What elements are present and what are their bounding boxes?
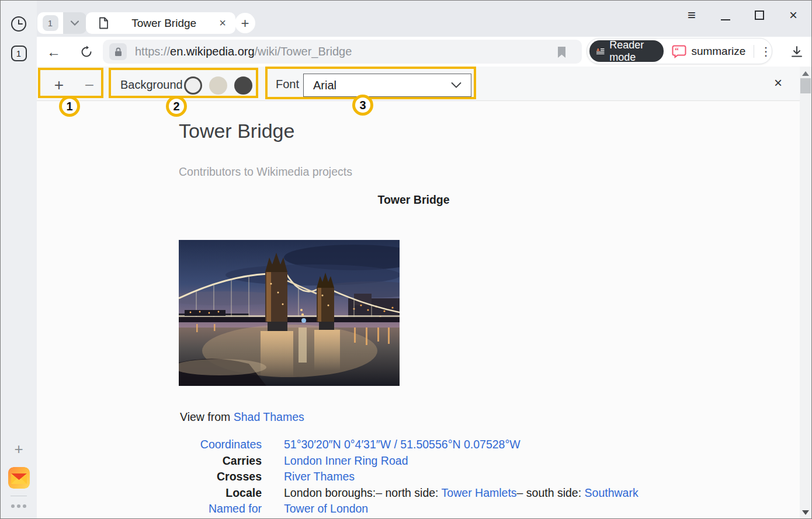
svg-text:A: A [596,48,599,52]
font-size-decrease-button[interactable]: − [77,75,102,96]
reader-mode-icon: A [596,46,605,57]
new-tab-button[interactable]: + [235,13,255,33]
browser-window: 1 Tower Bridge × + ≡ × ← [0,0,812,519]
bookmark-button[interactable] [557,46,567,61]
row-label-crosses: Crosses [179,469,262,485]
locale-text-2: – south side: [517,486,585,499]
url-text: https://en.wikipedia.org/wiki/Tower_Brid… [135,45,352,58]
quote-bubble-icon: “ [672,44,686,58]
download-icon [791,46,803,58]
workspace-label: 1 [11,46,27,61]
font-select-value: Arial [313,79,336,92]
infobox-caption: Tower Bridge [179,193,648,207]
bookmark-icon [557,46,567,58]
maximize-icon [755,11,764,20]
reader-mode-button[interactable]: A Reader mode [589,40,664,62]
callout-box-font-size: + − [38,68,103,98]
summarize-button[interactable]: “ summarize [672,44,745,58]
sidebar-divider [11,496,27,496]
locale-value: London boroughs:– north side: Tower Haml… [284,485,639,501]
background-option-light[interactable] [184,76,202,95]
chevron-down-icon [451,82,461,88]
page-actions: A Reader mode “ summarize ⋮ [587,38,772,64]
mail-button[interactable] [1,466,37,489]
tab-tower-bridge[interactable]: Tower Bridge × [86,12,235,34]
font-select[interactable]: Arial [303,74,471,97]
scrollbar-thumb[interactable] [800,78,811,93]
reader-content: Tower Bridge Contributors to Wikimedia p… [37,101,800,519]
row-label-locale: Locale [179,485,262,501]
url-scheme: https:// [135,45,170,58]
window-close-button[interactable]: × [786,8,801,23]
downloads-button[interactable] [787,42,807,62]
page-more-button[interactable]: ⋮ [760,44,772,58]
locale-text-1: London boroughs:– north side: [284,486,442,499]
reload-button[interactable] [77,42,96,62]
url-host: en.wikipedia.org [170,45,255,58]
callout-badge-3: 3 [352,95,373,116]
row-label-coordinates[interactable]: Coordinates [200,438,262,451]
url-path: /wiki/Tower_Bridge [255,45,352,58]
reload-icon [80,46,93,58]
clock-icon [11,16,27,32]
callout-box-background: Background [109,68,258,98]
article-byline: Contributors to Wikimedia projects [179,165,352,179]
maximize-button[interactable] [752,8,767,23]
lock-icon [114,47,122,57]
browser-menu-button[interactable]: ≡ [684,8,699,23]
image-caption: View from Shad Thames [180,410,304,424]
history-button[interactable] [1,15,37,33]
reader-mode-label: Reader mode [609,39,654,64]
tab-group-count-chip: 1 [43,15,58,31]
tab-group-expand-button[interactable] [63,12,86,34]
page-icon [99,17,109,29]
font-label: Font [276,78,299,91]
callout-badge-1: 1 [59,96,80,117]
reader-toolbar: + − Background Font Arial × [37,67,800,101]
background-option-dark[interactable] [234,76,252,95]
minimize-button[interactable] [718,8,733,23]
row-label-carries: Carries [179,453,262,469]
plus-icon: + [241,15,249,32]
chevron-down-icon [71,20,79,26]
tab-title: Tower Bridge [109,17,219,30]
navigation-bar: ← https://en.wikipedia.org/wiki/Tower_Br… [37,37,812,67]
background-option-sepia[interactable] [209,76,227,95]
row-label-named-for[interactable]: Named for [209,502,262,515]
infobox-table: Coordinates 51°30′20″N 0°4′31″W / 51.505… [179,437,639,517]
link-tower-of-london[interactable]: Tower of London [284,502,368,515]
tower-bridge-photo [179,240,400,386]
article-title: Tower Bridge [179,120,294,142]
workspace-button[interactable]: 1 [1,44,37,62]
mail-icon [8,467,30,489]
link-london-inner-ring-road[interactable]: London Inner Ring Road [284,454,408,467]
scroll-down-arrow[interactable] [802,510,809,515]
svg-text:“: “ [675,46,679,55]
scrollbar[interactable] [800,67,811,519]
sidebar-add-button[interactable]: + [1,440,37,458]
sidebar-more-button[interactable] [1,501,37,511]
tab-close-button[interactable]: × [219,16,226,30]
link-river-thames[interactable]: River Thames [284,470,355,483]
window-controls: ≡ × [684,8,801,23]
reader-toolbar-close-button[interactable]: × [769,75,787,91]
browser-sidebar: 1 + [1,1,37,519]
font-size-increase-button[interactable]: + [46,75,72,96]
caption-prefix: View from [180,410,234,423]
background-label: Background [120,78,183,92]
address-bar[interactable]: https://en.wikipedia.org/wiki/Tower_Brid… [103,40,582,64]
link-southwark[interactable]: Southwark [585,486,639,499]
summarize-label: summarize [691,45,745,58]
tab-group[interactable]: 1 [37,12,86,34]
link-shad-thames[interactable]: Shad Thames [234,410,304,423]
link-tower-hamlets[interactable]: Tower Hamlets [442,486,517,499]
callout-box-font: Font Arial [265,67,476,99]
site-security-chip[interactable] [109,43,127,60]
pill-divider [754,45,754,58]
back-button[interactable]: ← [44,42,64,62]
scroll-up-arrow[interactable] [802,71,809,76]
callout-badge-2: 2 [166,96,187,117]
tab-group-counter[interactable]: 1 [37,12,63,34]
coordinates-value-link[interactable]: 51°30′20″N 0°4′31″W / 51.50556°N 0.07528… [284,438,520,451]
